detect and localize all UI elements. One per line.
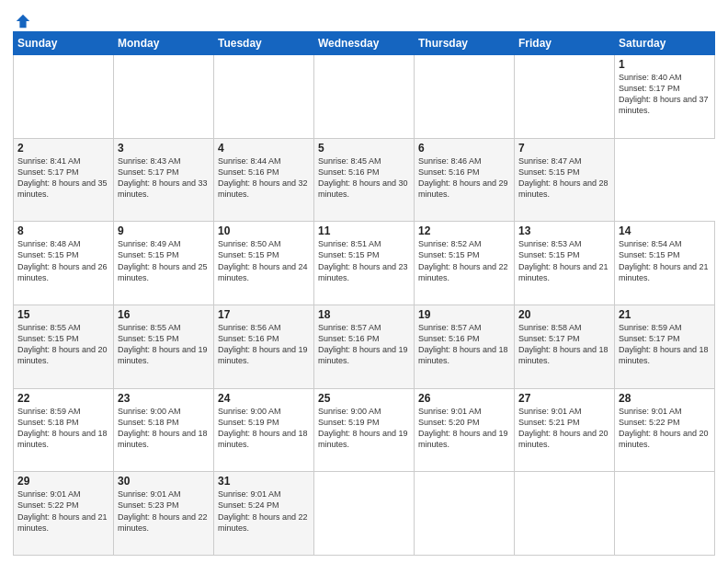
day-number: 1	[619, 58, 711, 71]
day-cell: 8Sunrise: 8:48 AMSunset: 5:15 PMDaylight…	[14, 222, 114, 305]
day-cell: 5Sunrise: 8:45 AMSunset: 5:16 PMDaylight…	[314, 138, 415, 222]
day-info: Sunrise: 8:50 AMSunset: 5:15 PMDaylight:…	[218, 238, 310, 283]
day-info: Sunrise: 9:00 AMSunset: 5:18 PMDaylight:…	[118, 406, 210, 451]
day-cell: 19Sunrise: 8:57 AMSunset: 5:16 PMDayligh…	[415, 304, 515, 388]
day-number: 22	[17, 392, 109, 405]
day-cell: 2Sunrise: 8:41 AMSunset: 5:17 PMDaylight…	[14, 138, 114, 222]
day-number: 9	[118, 224, 210, 237]
day-cell: 30Sunrise: 9:01 AMSunset: 5:23 PMDayligh…	[114, 472, 214, 556]
page: SundayMondayTuesdayWednesdayThursdayFrid…	[0, 0, 728, 563]
day-number: 10	[218, 224, 310, 237]
day-cell: 18Sunrise: 8:57 AMSunset: 5:16 PMDayligh…	[314, 304, 415, 388]
day-info: Sunrise: 8:48 AMSunset: 5:15 PMDaylight:…	[17, 238, 109, 283]
day-number: 23	[118, 392, 210, 405]
day-info: Sunrise: 9:01 AMSunset: 5:20 PMDaylight:…	[418, 406, 510, 451]
day-number: 17	[218, 308, 310, 321]
day-info: Sunrise: 8:46 AMSunset: 5:16 PMDaylight:…	[418, 155, 510, 201]
day-number: 14	[619, 224, 711, 237]
day-cell: 14Sunrise: 8:54 AMSunset: 5:15 PMDayligh…	[615, 222, 715, 305]
day-number: 29	[17, 475, 109, 488]
day-cell: 16Sunrise: 8:55 AMSunset: 5:15 PMDayligh…	[114, 304, 214, 388]
calendar-week-row: 15Sunrise: 8:55 AMSunset: 5:15 PMDayligh…	[14, 304, 715, 388]
day-info: Sunrise: 9:01 AMSunset: 5:21 PMDaylight:…	[518, 406, 610, 451]
day-info: Sunrise: 8:45 AMSunset: 5:16 PMDaylight:…	[318, 155, 410, 201]
day-info: Sunrise: 9:01 AMSunset: 5:24 PMDaylight:…	[218, 488, 310, 534]
header	[13, 9, 715, 26]
day-info: Sunrise: 8:41 AMSunset: 5:17 PMDaylight:…	[17, 155, 109, 201]
day-of-week-header: Saturday	[615, 32, 715, 55]
day-info: Sunrise: 8:51 AMSunset: 5:15 PMDaylight:…	[318, 238, 410, 283]
empty-cell	[314, 55, 415, 139]
svg-marker-0	[17, 15, 29, 28]
day-info: Sunrise: 8:58 AMSunset: 5:17 PMDaylight:…	[518, 322, 610, 367]
day-cell: 28Sunrise: 9:01 AMSunset: 5:22 PMDayligh…	[615, 388, 715, 472]
day-number: 19	[418, 308, 510, 321]
empty-cell	[515, 472, 615, 556]
calendar-week-row: 29Sunrise: 9:01 AMSunset: 5:22 PMDayligh…	[14, 472, 715, 556]
empty-cell	[415, 472, 515, 556]
day-info: Sunrise: 8:47 AMSunset: 5:15 PMDaylight:…	[518, 155, 610, 201]
calendar-week-row: 8Sunrise: 8:48 AMSunset: 5:15 PMDaylight…	[14, 222, 715, 305]
day-number: 24	[218, 392, 310, 405]
day-number: 26	[418, 392, 510, 405]
day-cell: 13Sunrise: 8:53 AMSunset: 5:15 PMDayligh…	[515, 222, 615, 305]
day-info: Sunrise: 8:57 AMSunset: 5:16 PMDaylight:…	[318, 322, 410, 367]
day-number: 21	[619, 308, 711, 321]
day-number: 2	[17, 142, 109, 155]
day-cell: 22Sunrise: 8:59 AMSunset: 5:18 PMDayligh…	[14, 388, 114, 472]
day-number: 3	[118, 142, 210, 155]
day-cell: 7Sunrise: 8:47 AMSunset: 5:15 PMDaylight…	[515, 138, 615, 222]
day-number: 13	[518, 224, 610, 237]
calendar-week-row: 2Sunrise: 8:41 AMSunset: 5:17 PMDaylight…	[14, 138, 715, 222]
empty-cell	[314, 472, 415, 556]
day-cell: 27Sunrise: 9:01 AMSunset: 5:21 PMDayligh…	[515, 388, 615, 472]
day-number: 25	[318, 392, 410, 405]
day-info: Sunrise: 8:55 AMSunset: 5:15 PMDaylight:…	[118, 322, 210, 367]
calendar-week-row: 22Sunrise: 8:59 AMSunset: 5:18 PMDayligh…	[14, 388, 715, 472]
day-info: Sunrise: 8:49 AMSunset: 5:15 PMDaylight:…	[118, 238, 210, 283]
day-cell: 20Sunrise: 8:58 AMSunset: 5:17 PMDayligh…	[515, 304, 615, 388]
days-of-week-row: SundayMondayTuesdayWednesdayThursdayFrid…	[14, 32, 715, 55]
day-info: Sunrise: 8:54 AMSunset: 5:15 PMDaylight:…	[619, 238, 711, 283]
day-of-week-header: Sunday	[14, 32, 114, 55]
logo-icon	[15, 13, 31, 29]
day-of-week-header: Wednesday	[314, 32, 415, 55]
day-cell: 10Sunrise: 8:50 AMSunset: 5:15 PMDayligh…	[214, 222, 314, 305]
day-cell: 1Sunrise: 8:40 AMSunset: 5:17 PMDaylight…	[615, 55, 715, 139]
empty-cell	[415, 55, 515, 139]
day-info: Sunrise: 9:01 AMSunset: 5:22 PMDaylight:…	[619, 406, 711, 451]
day-cell: 26Sunrise: 9:01 AMSunset: 5:20 PMDayligh…	[415, 388, 515, 472]
day-cell: 6Sunrise: 8:46 AMSunset: 5:16 PMDaylight…	[415, 138, 515, 222]
empty-cell	[14, 55, 114, 139]
day-cell: 15Sunrise: 8:55 AMSunset: 5:15 PMDayligh…	[14, 304, 114, 388]
day-number: 31	[218, 475, 310, 488]
day-of-week-header: Monday	[114, 32, 214, 55]
calendar-week-row: 1Sunrise: 8:40 AMSunset: 5:17 PMDaylight…	[14, 55, 715, 139]
empty-cell	[515, 55, 615, 139]
day-cell: 12Sunrise: 8:52 AMSunset: 5:15 PMDayligh…	[415, 222, 515, 305]
day-info: Sunrise: 8:44 AMSunset: 5:16 PMDaylight:…	[218, 155, 310, 201]
day-info: Sunrise: 9:01 AMSunset: 5:22 PMDaylight:…	[17, 488, 109, 534]
day-cell: 25Sunrise: 9:00 AMSunset: 5:19 PMDayligh…	[314, 388, 415, 472]
day-number: 27	[518, 392, 610, 405]
calendar: SundayMondayTuesdayWednesdayThursdayFrid…	[13, 31, 715, 556]
day-number: 5	[318, 142, 410, 155]
day-cell: 11Sunrise: 8:51 AMSunset: 5:15 PMDayligh…	[314, 222, 415, 305]
day-cell: 23Sunrise: 9:00 AMSunset: 5:18 PMDayligh…	[114, 388, 214, 472]
day-number: 11	[318, 224, 410, 237]
day-number: 16	[118, 308, 210, 321]
empty-cell	[214, 55, 314, 139]
day-info: Sunrise: 8:52 AMSunset: 5:15 PMDaylight:…	[418, 238, 510, 283]
day-cell: 9Sunrise: 8:49 AMSunset: 5:15 PMDaylight…	[114, 222, 214, 305]
day-cell: 24Sunrise: 9:00 AMSunset: 5:19 PMDayligh…	[214, 388, 314, 472]
day-of-week-header: Thursday	[415, 32, 515, 55]
day-info: Sunrise: 9:01 AMSunset: 5:23 PMDaylight:…	[118, 488, 210, 534]
day-number: 30	[118, 475, 210, 488]
day-cell: 29Sunrise: 9:01 AMSunset: 5:22 PMDayligh…	[14, 472, 114, 556]
day-number: 15	[17, 308, 109, 321]
day-number: 28	[619, 392, 711, 405]
day-cell: 3Sunrise: 8:43 AMSunset: 5:17 PMDaylight…	[114, 138, 214, 222]
day-number: 8	[17, 224, 109, 237]
day-number: 6	[418, 142, 510, 155]
day-cell: 21Sunrise: 8:59 AMSunset: 5:17 PMDayligh…	[615, 304, 715, 388]
